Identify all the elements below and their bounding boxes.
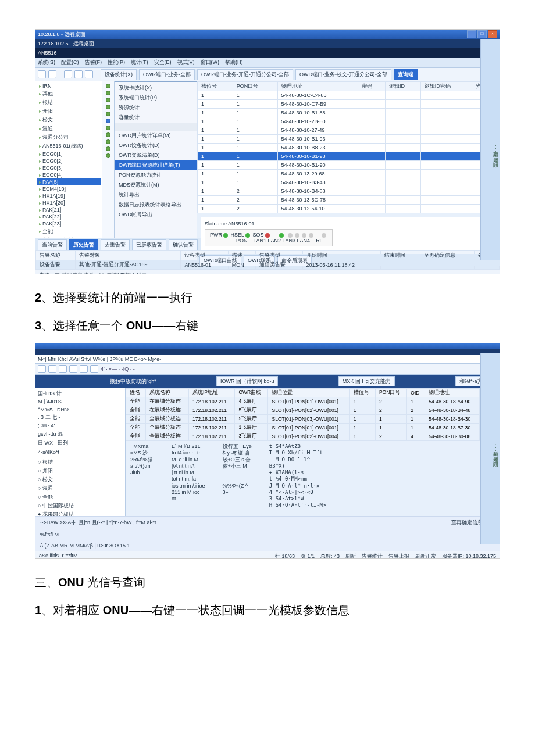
context-menu-item[interactable]: 统计导出	[115, 190, 197, 200]
grid-cell[interactable]: 1	[349, 406, 375, 415]
grid-cell[interactable]	[358, 144, 385, 152]
grid-cell[interactable]: 2	[375, 406, 406, 415]
menu-item[interactable]: 配置(C)	[61, 59, 79, 66]
grid-cell[interactable]	[420, 161, 472, 170]
grid-cell[interactable]: 172.18.102.211	[188, 406, 234, 415]
grid-cell[interactable]	[385, 187, 420, 196]
grid-cell[interactable]: 1	[407, 424, 425, 432]
grid-cell[interactable]: 在展域分板连	[146, 406, 189, 415]
grid-cell[interactable]	[420, 144, 472, 152]
grid-cell[interactable]: 全能	[126, 397, 146, 406]
grid-cell[interactable]: 1	[233, 117, 277, 126]
tb-icon[interactable]	[69, 365, 77, 373]
grid-cell[interactable]: 1	[198, 196, 233, 205]
grid-col-header[interactable]: 槽位号	[349, 389, 375, 397]
grid-cell[interactable]: 54-48-30-18-A4-90	[425, 397, 479, 406]
grid-cell[interactable]	[358, 178, 385, 187]
grid-cell[interactable]: 1	[198, 109, 233, 117]
grid-cell[interactable]	[420, 91, 472, 100]
grid-cell[interactable]	[420, 187, 472, 196]
grid-cell[interactable]: 1	[198, 117, 233, 126]
grid-cell[interactable]: 在展域分板连	[146, 397, 189, 406]
grid-cell[interactable]	[420, 196, 472, 205]
tree-node[interactable]: 其他	[37, 89, 101, 98]
grid-col-header[interactable]: 系统IP地址	[188, 389, 234, 397]
tree-node[interactable]: PAA[5]	[37, 178, 101, 185]
tree-node[interactable]: PAK[23]	[37, 220, 101, 227]
tree-node[interactable]: 开阳	[37, 107, 101, 116]
left-list-item[interactable]: 日 WX - 田列 ·	[37, 439, 124, 447]
grid-cell[interactable]: 1	[233, 144, 277, 152]
context-menu-item[interactable]: OWR用户统计详单(M)	[115, 131, 197, 141]
tb-icon[interactable]	[59, 365, 67, 373]
grid-cell[interactable]: 1	[233, 109, 277, 117]
grid-cell[interactable]: 172.18.102.211	[188, 432, 234, 441]
grid-cell[interactable]	[358, 100, 385, 109]
left-list-item[interactable]: M | \M01S-	[37, 398, 124, 405]
alarm-col-header[interactable]: 告警对象	[76, 251, 181, 260]
alarm-tab[interactable]: 去重告警	[101, 239, 130, 250]
grid-cell[interactable]: 1	[198, 187, 233, 196]
tree-node[interactable]: IRN	[37, 83, 101, 89]
grid-cell[interactable]	[358, 117, 385, 126]
tab[interactable]: MXK 回 Hg 文充能力	[338, 376, 395, 386]
alarm-tab[interactable]: 当前告警	[38, 239, 67, 250]
tree-node[interactable]: 漫通	[37, 124, 101, 133]
left-list-item[interactable]: ● 花果园分板结	[37, 510, 124, 516]
left-list-item[interactable]: ○ 根结	[37, 458, 124, 467]
grid-cell[interactable]: 4飞展厅	[235, 397, 268, 406]
alarm-tab[interactable]: 历史告警	[69, 239, 98, 250]
tree-node[interactable]: 全能	[37, 227, 101, 236]
tree-node[interactable]: HX1A[19]	[37, 192, 101, 199]
grid-cell[interactable]: 54-48-30-13-29-68	[277, 170, 358, 178]
grid-cell[interactable]: 1	[233, 152, 277, 161]
left-list-item[interactable]: ○ 并阳	[37, 467, 124, 475]
grid-cell[interactable]: 1	[198, 205, 233, 213]
grid-cell[interactable]: 54-48-30-10-B1-93	[277, 152, 358, 161]
context-menu-item[interactable]: 数据日志报表统计表格导出	[115, 200, 197, 210]
grid-cell[interactable]: 1	[349, 397, 375, 406]
act-btn[interactable]: 刷新正常	[415, 553, 436, 559]
grid-cell[interactable]: 1	[233, 178, 277, 187]
refresh-btn[interactable]: 刷新	[345, 553, 356, 559]
alarm-tab[interactable]: 已屏蔽告警	[132, 239, 166, 250]
grid-cell[interactable]	[420, 152, 472, 161]
grid-cell[interactable]	[420, 109, 472, 117]
menu-item[interactable]: 视式(V)	[177, 59, 195, 66]
grid-cell[interactable]: 2	[407, 406, 425, 415]
grid-cell[interactable]: 54-48-30-10-2B-80	[277, 117, 358, 126]
toolbar-icon[interactable]	[74, 70, 83, 78]
grid-cell[interactable]: 1	[407, 415, 425, 424]
grid-cell[interactable]	[385, 109, 420, 117]
up-btn[interactable]: 告警上报	[388, 553, 409, 559]
left-list-item[interactable]: ; 38 · 4'	[37, 422, 124, 429]
grid-cell[interactable]: 1	[198, 170, 233, 178]
grid-cell[interactable]: 1	[375, 424, 406, 432]
grid-cell[interactable]	[385, 144, 420, 152]
grid-cell[interactable]	[358, 205, 385, 213]
grid-cell[interactable]: 全展域分板连	[146, 432, 189, 441]
grid-cell[interactable]	[358, 161, 385, 170]
tab[interactable]: IOWR 回（计软网 bg-u	[216, 376, 279, 386]
grid-cell[interactable]: 全展域分板连	[146, 415, 189, 424]
grid-cell[interactable]	[385, 126, 420, 135]
grid-cell[interactable]: 4	[407, 432, 425, 441]
grid-col-header[interactable]: 逻辑ID	[385, 82, 420, 91]
grid-cell[interactable]: 2	[233, 187, 277, 196]
grid-cell[interactable]: SLOT[01]-PON[01]-OWU[001]	[268, 424, 349, 432]
context-menu-item[interactable]: OWR帐号导出	[115, 210, 197, 220]
tree-node[interactable]: AN5516-01(线路)	[37, 142, 101, 151]
grid-cell[interactable]: 1	[198, 91, 233, 100]
grid-cell[interactable]	[358, 170, 385, 178]
grid-cell[interactable]: 1	[198, 135, 233, 144]
grid-cell[interactable]: 1飞展厅	[235, 424, 268, 432]
grid-cell[interactable]	[358, 187, 385, 196]
grid-cell[interactable]	[358, 196, 385, 205]
grid-cell[interactable]: 全能	[126, 432, 146, 441]
tree-node[interactable]: ECG0[1]	[37, 151, 101, 157]
grid-cell[interactable]: 54-48-30-10-27-49	[277, 126, 358, 135]
grid-cell[interactable]	[385, 117, 420, 126]
context-menu-item[interactable]: —	[115, 123, 197, 131]
context-menu-item[interactable]: 系统卡统计(X)	[115, 83, 197, 93]
grid-cell[interactable]: SLOT[01]-PON[03]-OWU[001]	[268, 415, 349, 424]
